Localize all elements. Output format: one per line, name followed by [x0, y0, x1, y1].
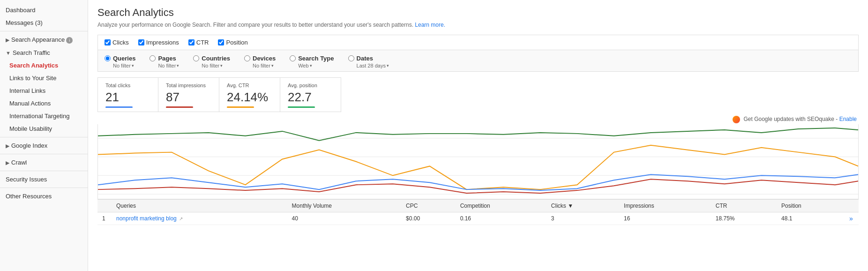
- row-monthly-volume: 40: [287, 212, 402, 225]
- col-impressions: Impressions: [619, 200, 711, 212]
- dim-queries[interactable]: Queries No filter ▾: [105, 55, 135, 68]
- sidebar-item-other-resources[interactable]: Other Resources: [0, 190, 88, 203]
- dim-countries[interactable]: Countries No filter ▾: [193, 55, 230, 68]
- green-line: [98, 128, 858, 141]
- sidebar-divider-5: [0, 188, 88, 188]
- sidebar-item-search-analytics[interactable]: Search Analytics: [0, 59, 88, 72]
- line-chart: [98, 124, 858, 199]
- dates-radio[interactable]: [348, 55, 354, 61]
- filter-bar: Clicks Impressions CTR Position: [97, 35, 859, 50]
- table-row: 1 nonprofit marketing blog ↗ 40 $0.00 0.…: [97, 212, 859, 225]
- stat-total-clicks[interactable]: Total clicks 21: [97, 77, 158, 112]
- col-ctr: CTR: [711, 200, 777, 212]
- col-nav: [845, 200, 859, 212]
- countries-filter[interactable]: No filter ▾: [202, 63, 223, 68]
- arrow-icon-gindex: ▶: [6, 143, 9, 149]
- col-monthly-volume: Monthly Volume: [287, 200, 402, 212]
- stat-avg-position[interactable]: Avg. position 22.7: [280, 77, 341, 112]
- row-num: 1: [97, 212, 112, 225]
- seoquake-bar: Get Google updates with SEOquake - Enabl…: [97, 116, 859, 123]
- col-cpc: CPC: [401, 200, 456, 212]
- filter-position[interactable]: Position: [218, 39, 247, 46]
- sidebar-item-security-issues[interactable]: Security Issues: [0, 173, 88, 186]
- row-position: 48.1: [777, 212, 845, 225]
- pages-radio[interactable]: [150, 55, 156, 61]
- arrow-icon-crawl: ▶: [6, 160, 9, 166]
- filter-clicks[interactable]: Clicks: [105, 39, 129, 46]
- sidebar-divider-1: [0, 31, 88, 31]
- chevron-down-icon-dates: ▾: [387, 63, 389, 68]
- row-query: nonprofit marketing blog ↗: [112, 212, 287, 225]
- sidebar-item-mobile-usability[interactable]: Mobile Usability: [0, 122, 88, 135]
- sidebar-item-dashboard[interactable]: Dashboard: [0, 4, 88, 16]
- sidebar-item-internal-links[interactable]: Internal Links: [0, 84, 88, 97]
- stat-impressions-underline: [166, 106, 193, 108]
- page-title: Search Analytics: [97, 7, 859, 19]
- seoquake-enable-link[interactable]: Enable: [839, 116, 857, 122]
- info-icon[interactable]: i: [66, 37, 73, 44]
- row-competition: 0.16: [456, 212, 546, 225]
- queries-radio[interactable]: [105, 55, 111, 61]
- sidebar-divider-3: [0, 154, 88, 154]
- search-type-filter[interactable]: Web ▾: [298, 63, 312, 68]
- learn-more-link[interactable]: Learn more.: [415, 22, 445, 28]
- stat-clicks-label: Total clicks: [105, 83, 150, 88]
- sidebar-item-crawl[interactable]: ▶Crawl: [0, 156, 88, 169]
- stat-ctr-value: 24.14%: [227, 90, 272, 105]
- stat-total-impressions[interactable]: Total impressions 87: [158, 77, 219, 112]
- chart-grid: [98, 138, 858, 194]
- row-nav[interactable]: »: [845, 212, 859, 225]
- dates-filter[interactable]: Last 28 days ▾: [357, 63, 389, 68]
- col-queries: Queries: [112, 200, 287, 212]
- seoquake-icon: [733, 116, 740, 123]
- main-content: Search Analytics Analyze your performanc…: [88, 0, 868, 271]
- sidebar-item-links-to-your-site[interactable]: Links to Your Site: [0, 72, 88, 84]
- devices-filter[interactable]: No filter ▾: [253, 63, 274, 68]
- sidebar-item-search-traffic[interactable]: ▼Search Traffic: [0, 46, 88, 59]
- sidebar-item-search-appearance[interactable]: ▶Search Appearancei: [0, 33, 88, 46]
- stat-position-value: 22.7: [288, 90, 333, 105]
- stats-row: Total clicks 21 Total impressions 87 Avg…: [97, 77, 859, 112]
- position-checkbox[interactable]: [218, 39, 224, 45]
- chevron-down-icon-pages: ▾: [177, 63, 179, 68]
- dimension-bar: Queries No filter ▾ Pages No filter ▾ Co…: [97, 50, 859, 72]
- data-table: Queries Monthly Volume CPC Competition C…: [97, 199, 859, 225]
- sidebar-item-messages[interactable]: Messages (3): [0, 16, 88, 29]
- stat-avg-ctr[interactable]: Avg. CTR 24.14%: [219, 77, 280, 112]
- stat-position-underline: [288, 106, 315, 108]
- next-arrows-icon[interactable]: »: [849, 215, 853, 222]
- arrow-icon-traffic: ▼: [6, 50, 11, 56]
- sidebar-item-google-index[interactable]: ▶Google Index: [0, 139, 88, 152]
- queries-filter[interactable]: No filter ▾: [113, 63, 134, 68]
- dim-devices[interactable]: Devices No filter ▾: [244, 55, 276, 68]
- pages-filter[interactable]: No filter ▾: [158, 63, 179, 68]
- devices-radio[interactable]: [244, 55, 250, 61]
- filter-impressions[interactable]: Impressions: [138, 39, 179, 46]
- row-impressions: 16: [619, 212, 711, 225]
- query-link[interactable]: nonprofit marketing blog: [116, 215, 177, 222]
- col-clicks[interactable]: Clicks ▼: [546, 200, 619, 212]
- sidebar-divider-2: [0, 137, 88, 137]
- sidebar-item-manual-actions[interactable]: Manual Actions: [0, 97, 88, 110]
- dim-dates[interactable]: Dates Last 28 days ▾: [348, 55, 389, 68]
- impressions-checkbox[interactable]: [138, 39, 144, 45]
- chart-area: [97, 124, 859, 199]
- stat-ctr-underline: [227, 106, 254, 108]
- ctr-checkbox[interactable]: [188, 39, 195, 45]
- col-competition: Competition: [456, 200, 546, 212]
- blue-line: [98, 174, 858, 190]
- col-num: [97, 200, 112, 212]
- filter-ctr[interactable]: CTR: [188, 39, 209, 46]
- red-line: [98, 179, 858, 193]
- sidebar-divider-4: [0, 171, 88, 171]
- clicks-checkbox[interactable]: [105, 39, 111, 45]
- search-type-radio[interactable]: [290, 55, 296, 61]
- dim-pages[interactable]: Pages No filter ▾: [150, 55, 179, 68]
- row-clicks: 3: [546, 212, 619, 225]
- sidebar: Dashboard Messages (3) ▶Search Appearanc…: [0, 0, 88, 271]
- stat-position-label: Avg. position: [288, 83, 333, 88]
- sidebar-item-international-targeting[interactable]: International Targeting: [0, 110, 88, 122]
- countries-radio[interactable]: [193, 55, 199, 61]
- dim-search-type[interactable]: Search Type Web ▾: [290, 55, 334, 68]
- stat-impressions-value: 87: [166, 90, 211, 105]
